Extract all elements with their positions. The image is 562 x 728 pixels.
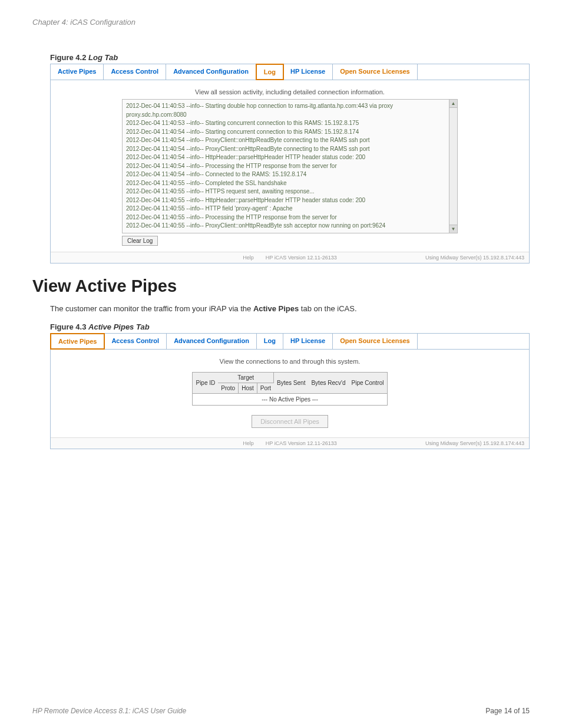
log-tab-screenshot: Active Pipes Access Control Advanced Con… (50, 64, 530, 263)
page-footer: HP Remote Device Access 8.1: iCAS User G… (32, 707, 530, 715)
log-line: 2012-Dec-04 11:40:54 --info-- Connected … (126, 170, 444, 179)
col-pipe-control: Pipe Control (348, 373, 386, 394)
log-description: View all session activity, including det… (57, 88, 523, 95)
pipes-description: View the connections to and through this… (57, 358, 523, 365)
col-pipe-id: Pipe ID (193, 373, 218, 394)
server-text: Using Midway Server(s) 15.192.8.174:443 (368, 255, 524, 261)
log-lines: 2012-Dec-04 11:40:53 --info-- Starting d… (126, 102, 454, 230)
footer-page-number: Page 14 of 15 (485, 707, 530, 715)
tab-bar: Active Pipes Access Control Advanced Con… (51, 334, 529, 350)
tab-open-source[interactable]: Open Source Licenses (333, 64, 418, 80)
log-line: 2012-Dec-04 11:40:55 --info-- HTTP field… (126, 205, 444, 213)
server-text: Using Midway Server(s) 15.192.8.174:443 (368, 440, 524, 446)
log-line: 2012-Dec-04 11:40:55 --info-- Completed … (126, 179, 444, 188)
col-bytes-recvd: Bytes Recv'd (308, 373, 348, 394)
figure-title: Log Tab (88, 53, 118, 62)
app-footer: Help HP iCAS Version 12.11-26133 Using M… (51, 437, 529, 449)
tab-hp-license[interactable]: HP License (283, 334, 333, 349)
col-bytes-sent: Bytes Sent (274, 373, 308, 394)
log-line: 2012-Dec-04 11:40:55 --info-- HTTPS requ… (126, 187, 444, 196)
scroll-down-icon[interactable]: ▼ (449, 225, 457, 233)
tab-advanced-config[interactable]: Advanced Configuration (167, 334, 257, 349)
log-line: 2012-Dec-04 11:40:54 --info-- ProxyClien… (126, 136, 444, 145)
tab-access-control[interactable]: Access Control (104, 64, 166, 80)
tab-log[interactable]: Log (256, 64, 284, 80)
col-port: Port (257, 383, 274, 394)
figure-4-3-label: Figure 4.3 Active Pipes Tab (50, 322, 530, 331)
version-text: HP iCAS Version 12.11-26133 (266, 255, 337, 261)
active-pipes-screenshot: Active Pipes Access Control Advanced Con… (50, 333, 530, 449)
app-footer: Help HP iCAS Version 12.11-26133 Using M… (51, 252, 529, 263)
col-proto: Proto (218, 383, 239, 394)
log-line: 2012-Dec-04 11:40:55 --info-- ProxyClien… (126, 222, 444, 230)
log-line: 2012-Dec-04 11:40:53 --info-- Starting d… (126, 102, 444, 119)
log-line: 2012-Dec-04 11:40:54 --info-- ProxyClien… (126, 145, 444, 154)
tab-advanced-config[interactable]: Advanced Configuration (166, 64, 256, 80)
text: tab on the iCAS. (299, 304, 356, 313)
log-line: 2012-Dec-04 11:40:54 --info-- HttpHeader… (126, 153, 444, 162)
tab-open-source[interactable]: Open Source Licenses (333, 334, 418, 349)
col-target: Target (218, 373, 274, 383)
active-pipes-content: View the connections to and through this… (51, 350, 529, 437)
scroll-up-icon[interactable]: ▲ (449, 100, 457, 108)
tab-active-pipes[interactable]: Active Pipes (50, 333, 105, 350)
figure-prefix: Figure 4.2 (50, 53, 88, 62)
log-line: 2012-Dec-04 11:40:54 --info-- Starting c… (126, 128, 444, 137)
log-line: 2012-Dec-04 11:40:54 --info-- Processing… (126, 162, 444, 171)
disconnect-all-button[interactable]: Disconnect All Pipes (252, 415, 328, 428)
log-line: 2012-Dec-04 11:40:55 --info-- Processing… (126, 213, 444, 222)
tab-active-pipes[interactable]: Active Pipes (51, 64, 104, 80)
help-link[interactable]: Help (243, 440, 254, 446)
figure-prefix: Figure 4.3 (50, 322, 88, 331)
no-active-pipes-row: --- No Active Pipes --- (193, 394, 386, 405)
figure-title: Active Pipes Tab (88, 322, 150, 331)
section-heading: View Active Pipes (32, 276, 530, 296)
version-text: HP iCAS Version 12.11-26133 (266, 440, 337, 446)
scroll-track[interactable] (449, 108, 457, 225)
figure-4-2-label: Figure 4.2 Log Tab (50, 53, 530, 62)
help-link[interactable]: Help (243, 255, 254, 261)
text-bold: Active Pipes (253, 304, 299, 313)
chapter-header: Chapter 4: iCAS Configuration (32, 18, 530, 27)
log-line: 2012-Dec-04 11:40:55 --info-- HttpHeader… (126, 196, 444, 205)
footer-title: HP Remote Device Access 8.1: iCAS User G… (32, 707, 186, 715)
body-paragraph: The customer can monitor the traffic fro… (50, 303, 530, 315)
tab-bar: Active Pipes Access Control Advanced Con… (51, 64, 529, 80)
tab-log[interactable]: Log (257, 334, 283, 349)
log-textarea[interactable]: ▲ ▼ 2012-Dec-04 11:40:53 --info-- Starti… (122, 99, 458, 233)
tab-access-control[interactable]: Access Control (104, 334, 167, 349)
log-tab-content: View all session activity, including det… (51, 80, 529, 252)
tab-hp-license[interactable]: HP License (283, 64, 333, 80)
col-host: Host (239, 383, 257, 394)
pipes-table: Pipe ID Target Proto Host Port Bytes Sen… (192, 372, 387, 406)
log-line: 2012-Dec-04 11:40:53 --info-- Starting c… (126, 119, 444, 128)
clear-log-button[interactable]: Clear Log (122, 236, 158, 246)
text: The customer can monitor the traffic fro… (50, 304, 253, 313)
